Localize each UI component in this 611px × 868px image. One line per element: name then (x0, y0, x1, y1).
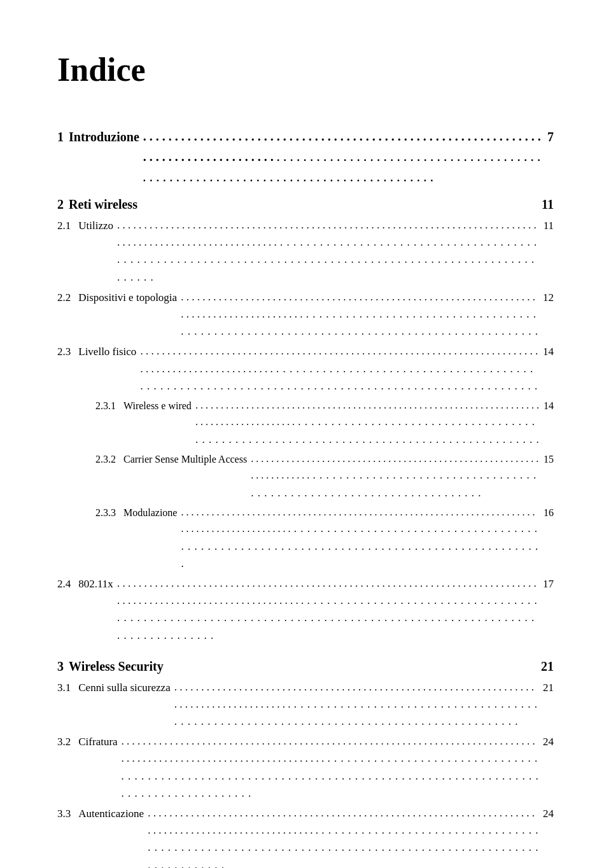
toc-dots: . . . . . . . . . . . . . . . . . . . . … (117, 575, 539, 644)
toc-label: Cifratura (78, 733, 117, 750)
toc-entry-2-3: 2.3 Livello fisico . . . . . . . . . . .… (57, 343, 554, 395)
toc-page: 24 (543, 805, 554, 822)
toc-dots: . . . . . . . . . . . . . . . . . . . . … (140, 342, 539, 395)
toc-number: 2.1 (57, 217, 71, 234)
toc-entry-2-3-2: 2.3.2 Carrier Sense Multiple Access . . … (57, 451, 554, 502)
toc-dots: . . . . . . . . . . . . . . . . . . . . … (174, 678, 539, 731)
toc-number: 1 (57, 127, 64, 147)
toc-page: 21 (541, 656, 554, 676)
toc-dots: . . . . . . . . . . . . . . . . . . . . … (251, 451, 540, 501)
toc-label: Modulazione (123, 505, 177, 521)
toc-entry-2-1: 2.1 Utilizzo . . . . . . . . . . . . . .… (57, 217, 554, 286)
toc-label: Reti wireless (69, 194, 137, 214)
toc-dots: . . . . . . . . . . . . . . . . . . . . … (181, 288, 539, 340)
toc-label: Wireless e wired (123, 398, 192, 414)
toc-entry-ch3: 3 Wireless Security 21 (57, 656, 554, 676)
toc-entry-2-4: 2.4 802.11x . . . . . . . . . . . . . . … (57, 575, 554, 645)
toc-page: 17 (543, 575, 554, 592)
toc-page: 11 (542, 194, 554, 214)
toc-label: 802.11x (78, 575, 113, 592)
toc-number: 2.3 (57, 343, 71, 360)
toc-label: Carrier Sense Multiple Access (123, 451, 247, 468)
toc-entry-3-2: 3.2 Cifratura . . . . . . . . . . . . . … (57, 733, 554, 802)
toc-label: Dispositivi e topologia (78, 289, 177, 306)
toc-page: 21 (543, 679, 554, 696)
toc-dots: . . . . . . . . . . . . . . . . . . . . … (122, 732, 539, 802)
toc-entry-3-1: 3.1 Cenni sulla sicurezza . . . . . . . … (57, 679, 554, 731)
toc-label: Wireless Security (69, 656, 164, 676)
toc-entry-3-3: 3.3 Autenticazione . . . . . . . . . . .… (57, 805, 554, 868)
toc-label: Introduzione (69, 127, 139, 147)
toc-dots: . . . . . . . . . . . . . . . . . . . . … (143, 126, 544, 187)
toc-page: 7 (547, 127, 554, 147)
toc-label: Livello fisico (78, 343, 136, 360)
toc-label: Autenticazione (78, 805, 144, 822)
toc-page: 14 (543, 343, 554, 360)
toc-entry-2-3-3: 2.3.3 Modulazione . . . . . . . . . . . … (57, 505, 554, 573)
toc-number: 2.3.2 (95, 451, 116, 468)
toc-dots: . . . . . . . . . . . . . . . . . . . . … (181, 504, 540, 572)
toc-number: 3.1 (57, 679, 71, 696)
toc-number: 2.3.1 (95, 398, 116, 414)
toc-label: Cenni sulla sicurezza (78, 679, 170, 696)
toc-dots: . . . . . . . . . . . . . . . . . . . . … (117, 216, 540, 286)
toc-entry-2-2: 2.2 Dispositivi e topologia . . . . . . … (57, 289, 554, 341)
toc-number: 2.2 (57, 289, 71, 306)
toc-number: 3.2 (57, 733, 71, 750)
toc-page: 16 (544, 505, 554, 521)
toc-page: 11 (544, 217, 554, 234)
toc-number: 3 (57, 656, 64, 676)
toc-entry-ch1: 1 Introduzione . . . . . . . . . . . . .… (57, 127, 554, 188)
toc-entry-2-3-1: 2.3.1 Wireless e wired . . . . . . . . .… (57, 398, 554, 449)
toc-dots: . . . . . . . . . . . . . . . . . . . . … (148, 804, 539, 868)
toc-label: Utilizzo (78, 217, 113, 234)
toc-number: 3.3 (57, 805, 71, 822)
toc-page: 24 (543, 733, 554, 750)
table-of-contents: 1 Introduzione . . . . . . . . . . . . .… (57, 127, 554, 868)
page-title: Indice (57, 51, 554, 88)
toc-entry-ch2: 2 Reti wireless 11 (57, 194, 554, 214)
toc-number: 2.3.3 (95, 505, 116, 521)
page: Indice 1 Introduzione . . . . . . . . . … (0, 0, 611, 868)
toc-dots: . . . . . . . . . . . . . . . . . . . . … (195, 397, 540, 448)
toc-number: 2.4 (57, 575, 71, 592)
toc-page: 14 (544, 398, 554, 414)
toc-number: 2 (57, 194, 64, 214)
toc-page: 12 (543, 289, 554, 306)
toc-page: 15 (544, 451, 554, 468)
